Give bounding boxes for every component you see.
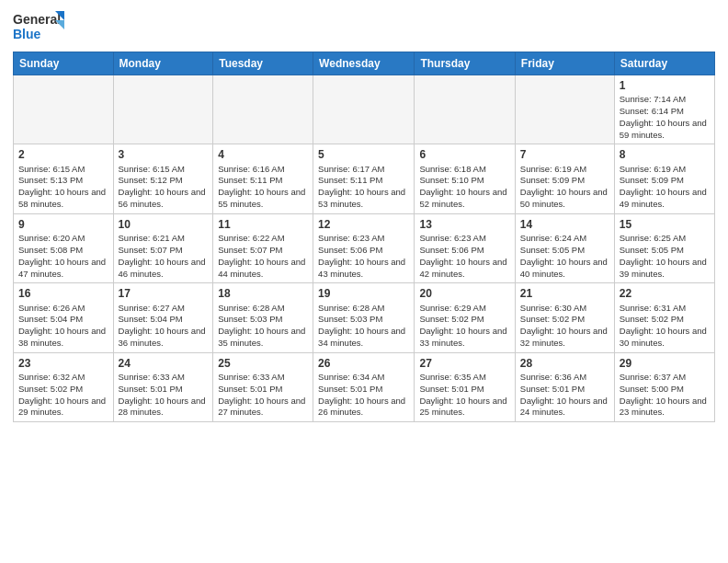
calendar-day: 4Sunrise: 6:16 AMSunset: 5:11 PMDaylight… (213, 144, 313, 213)
day-number: 27 (419, 356, 509, 371)
calendar-day: 29Sunrise: 6:37 AMSunset: 5:00 PMDayligh… (614, 352, 714, 421)
day-number: 25 (218, 356, 308, 371)
day-number: 14 (520, 217, 609, 232)
day-info: Sunset: 5:01 PM (318, 384, 409, 396)
day-info: Sunset: 5:10 PM (419, 175, 509, 187)
calendar-day: 9Sunrise: 6:20 AMSunset: 5:08 PMDaylight… (14, 213, 114, 282)
day-number: 16 (18, 286, 108, 301)
day-number: 13 (419, 217, 509, 232)
logo: General Blue (13, 9, 64, 46)
day-info: Sunrise: 6:28 AM (318, 303, 409, 315)
day-info: Daylight: 10 hours and 29 minutes. (18, 396, 108, 419)
calendar-day: 10Sunrise: 6:21 AMSunset: 5:07 PMDayligh… (113, 213, 213, 282)
day-info: Sunrise: 6:32 AM (18, 372, 108, 384)
header-wednesday: Wednesday (313, 52, 415, 75)
day-info: Daylight: 10 hours and 26 minutes. (318, 396, 409, 419)
day-number: 3 (119, 147, 209, 162)
day-info: Sunrise: 6:31 AM (620, 303, 710, 315)
day-info: Daylight: 10 hours and 58 minutes. (18, 187, 108, 211)
day-info: Sunrise: 6:33 AM (218, 372, 308, 384)
calendar-day (213, 75, 313, 144)
day-number: 24 (119, 356, 209, 371)
day-info: Sunrise: 6:18 AM (419, 164, 509, 176)
calendar-day: 21Sunrise: 6:30 AMSunset: 5:02 PMDayligh… (515, 283, 614, 352)
calendar-day: 2Sunrise: 6:15 AMSunset: 5:13 PMDaylight… (14, 144, 114, 213)
day-number: 9 (18, 217, 108, 232)
day-info: Sunset: 5:07 PM (119, 245, 209, 257)
day-info: Daylight: 10 hours and 47 minutes. (18, 257, 108, 281)
calendar-day: 7Sunrise: 6:19 AMSunset: 5:09 PMDaylight… (515, 144, 614, 213)
day-info: Sunset: 5:13 PM (18, 175, 108, 187)
svg-text:Blue: Blue (13, 27, 41, 41)
calendar-table: Sunday Monday Tuesday Wednesday Thursday… (13, 52, 715, 422)
day-info: Sunrise: 6:26 AM (18, 303, 108, 315)
day-number: 28 (520, 356, 609, 371)
day-info: Sunrise: 6:23 AM (318, 233, 409, 245)
calendar-day (515, 75, 614, 144)
calendar-day: 15Sunrise: 6:25 AMSunset: 5:05 PMDayligh… (614, 213, 714, 282)
day-info: Sunset: 5:08 PM (18, 245, 108, 257)
day-info: Sunset: 5:01 PM (520, 384, 609, 396)
day-info: Sunset: 5:03 PM (218, 314, 308, 326)
calendar-day: 1Sunrise: 7:14 AMSunset: 6:14 PMDaylight… (614, 75, 714, 144)
calendar-day: 26Sunrise: 6:34 AMSunset: 5:01 PMDayligh… (313, 352, 415, 421)
day-info: Sunrise: 6:20 AM (18, 233, 108, 245)
day-info: Daylight: 10 hours and 34 minutes. (318, 326, 409, 350)
day-number: 18 (218, 286, 308, 301)
day-info: Sunrise: 6:36 AM (520, 372, 609, 384)
header: General Blue (13, 9, 715, 46)
day-info: Daylight: 10 hours and 25 minutes. (419, 396, 509, 419)
day-info: Daylight: 10 hours and 44 minutes. (218, 257, 308, 281)
day-number: 10 (119, 217, 209, 232)
day-info: Sunset: 5:06 PM (318, 245, 409, 257)
day-info: Daylight: 10 hours and 28 minutes. (119, 396, 209, 419)
day-number: 22 (620, 286, 710, 301)
day-info: Sunrise: 6:19 AM (520, 164, 609, 176)
calendar-day: 24Sunrise: 6:33 AMSunset: 5:01 PMDayligh… (113, 352, 213, 421)
day-info: Sunrise: 6:16 AM (218, 164, 308, 176)
calendar-day (14, 75, 114, 144)
day-info: Sunset: 5:11 PM (318, 175, 409, 187)
day-number: 29 (620, 356, 710, 371)
day-info: Sunset: 5:04 PM (119, 314, 209, 326)
calendar-day: 11Sunrise: 6:22 AMSunset: 5:07 PMDayligh… (213, 213, 313, 282)
day-info: Sunset: 5:05 PM (620, 245, 710, 257)
calendar-day: 14Sunrise: 6:24 AMSunset: 5:05 PMDayligh… (515, 213, 614, 282)
day-info: Sunset: 5:05 PM (520, 245, 609, 257)
calendar-day: 8Sunrise: 6:19 AMSunset: 5:09 PMDaylight… (614, 144, 714, 213)
calendar-day: 19Sunrise: 6:28 AMSunset: 5:03 PMDayligh… (313, 283, 415, 352)
day-info: Daylight: 10 hours and 46 minutes. (119, 257, 209, 281)
day-number: 4 (218, 147, 308, 162)
day-info: Sunset: 5:00 PM (620, 384, 710, 396)
day-info: Sunset: 5:02 PM (419, 314, 509, 326)
header-friday: Friday (515, 52, 614, 75)
day-info: Sunrise: 6:17 AM (318, 164, 409, 176)
day-info: Daylight: 10 hours and 24 minutes. (520, 396, 609, 419)
day-info: Sunset: 5:11 PM (218, 175, 308, 187)
day-info: Daylight: 10 hours and 38 minutes. (18, 326, 108, 350)
header-sunday: Sunday (14, 52, 114, 75)
day-info: Daylight: 10 hours and 42 minutes. (419, 257, 509, 281)
calendar-day: 17Sunrise: 6:27 AMSunset: 5:04 PMDayligh… (113, 283, 213, 352)
calendar-day: 23Sunrise: 6:32 AMSunset: 5:02 PMDayligh… (14, 352, 114, 421)
calendar-day: 12Sunrise: 6:23 AMSunset: 5:06 PMDayligh… (313, 213, 415, 282)
day-number: 26 (318, 356, 409, 371)
day-info: Daylight: 10 hours and 43 minutes. (318, 257, 409, 281)
day-info: Daylight: 10 hours and 53 minutes. (318, 187, 409, 211)
day-info: Sunset: 5:12 PM (119, 175, 209, 187)
day-info: Sunrise: 6:29 AM (419, 303, 509, 315)
calendar-day: 13Sunrise: 6:23 AMSunset: 5:06 PMDayligh… (415, 213, 515, 282)
calendar-day (313, 75, 415, 144)
day-info: Sunrise: 7:14 AM (620, 94, 710, 106)
day-info: Daylight: 10 hours and 55 minutes. (218, 187, 308, 211)
calendar-day: 22Sunrise: 6:31 AMSunset: 5:02 PMDayligh… (614, 283, 714, 352)
day-info: Daylight: 10 hours and 27 minutes. (218, 396, 308, 419)
day-info: Sunset: 5:03 PM (318, 314, 409, 326)
day-info: Sunrise: 6:25 AM (620, 233, 710, 245)
day-number: 5 (318, 147, 409, 162)
calendar-day: 25Sunrise: 6:33 AMSunset: 5:01 PMDayligh… (213, 352, 313, 421)
day-info: Sunset: 5:02 PM (18, 384, 108, 396)
day-info: Sunrise: 6:33 AM (119, 372, 209, 384)
day-info: Sunrise: 6:30 AM (520, 303, 609, 315)
day-info: Sunrise: 6:15 AM (18, 164, 108, 176)
